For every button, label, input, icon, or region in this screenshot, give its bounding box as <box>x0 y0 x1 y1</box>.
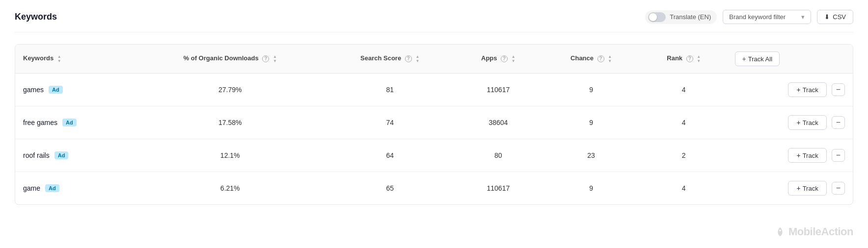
keyword-cell-2: roof rails Ad <box>15 139 136 172</box>
plus-icon: + <box>796 184 800 192</box>
th-chance: Chance ? ▲▼ <box>542 45 641 74</box>
th-keywords: Keywords ▲▼ <box>15 45 136 74</box>
search-score-cell: 81 <box>325 74 455 106</box>
watermark: MobileAction <box>775 225 853 238</box>
track-button[interactable]: + Track <box>788 82 826 97</box>
header: Keywords Translate (EN) Brand keyword fi… <box>15 10 853 32</box>
th-search-score: Search Score ? ▲▼ <box>325 45 455 74</box>
track-action-cell: + Track − <box>727 139 853 172</box>
chance-cell: 9 <box>542 106 641 139</box>
sort-icon[interactable]: ▲▼ <box>57 55 61 63</box>
th-track-all: + Track All <box>727 45 853 74</box>
apps-cell: 80 <box>455 139 542 172</box>
watermark-text: MobileAction <box>788 225 853 238</box>
keyword-cell-0: games Ad <box>15 74 136 106</box>
table-header-row: Keywords ▲▼ % of Organic Downloads ? ▲▼ … <box>15 45 853 74</box>
header-controls: Translate (EN) Brand keyword filter ▾ ⬇ … <box>645 10 853 24</box>
ad-badge: Ad <box>54 151 69 159</box>
page-title: Keywords <box>15 12 57 22</box>
th-organic-downloads: % of Organic Downloads ? ▲▼ <box>136 45 325 74</box>
remove-button[interactable]: − <box>832 149 845 162</box>
ad-badge: Ad <box>62 119 77 126</box>
organic-downloads-help-icon[interactable]: ? <box>262 55 269 62</box>
rank-cell: 4 <box>641 74 727 106</box>
th-apps: Apps ? ▲▼ <box>455 45 542 74</box>
track-action-cell: + Track − <box>727 172 853 205</box>
search-score-help-icon[interactable]: ? <box>405 55 412 62</box>
rank-help-icon[interactable]: ? <box>686 55 693 62</box>
th-rank: Rank ? ▲▼ <box>641 45 727 74</box>
brand-keyword-filter[interactable]: Brand keyword filter ▾ <box>723 10 811 24</box>
rocket-icon <box>775 226 786 237</box>
sort-icon[interactable]: ▲▼ <box>415 55 419 63</box>
track-action-cell: + Track − <box>727 74 853 106</box>
sort-icon[interactable]: ▲▼ <box>697 55 701 63</box>
plus-icon: + <box>796 119 800 126</box>
table-row: free games Ad 17.58% 74 38604 9 4 + Trac… <box>15 106 853 139</box>
keyword-cell-1: free games Ad <box>15 106 136 139</box>
chance-cell: 9 <box>542 172 641 205</box>
plus-icon: + <box>796 86 800 94</box>
keyword-text: free games <box>23 119 57 126</box>
keyword-text: roof rails <box>23 151 50 159</box>
remove-button[interactable]: − <box>832 83 845 96</box>
translate-toggle[interactable] <box>648 12 666 22</box>
plus-icon: + <box>796 151 800 159</box>
track-label: Track <box>803 86 818 94</box>
rank-cell: 2 <box>641 139 727 172</box>
table-row: games Ad 27.79% 81 110617 9 4 + Track − <box>15 74 853 106</box>
remove-button[interactable]: − <box>832 182 845 195</box>
sort-icon[interactable]: ▲▼ <box>512 55 515 63</box>
brand-filter-label: Brand keyword filter <box>729 13 786 21</box>
track-button[interactable]: + Track <box>788 181 826 196</box>
track-label: Track <box>803 152 818 159</box>
rank-cell: 4 <box>641 172 727 205</box>
search-score-cell: 74 <box>325 106 455 139</box>
csv-button[interactable]: ⬇ CSV <box>817 10 853 24</box>
keyword-text: games <box>23 86 44 94</box>
track-all-label: Track All <box>748 55 772 63</box>
rank-cell: 4 <box>641 106 727 139</box>
apps-help-icon[interactable]: ? <box>501 55 508 62</box>
table-row: roof rails Ad 12.1% 64 80 23 2 + Track − <box>15 139 853 172</box>
chance-cell: 23 <box>542 139 641 172</box>
remove-button[interactable]: − <box>832 116 845 129</box>
apps-cell: 110617 <box>455 172 542 205</box>
table-body: games Ad 27.79% 81 110617 9 4 + Track − <box>15 74 853 205</box>
keyword-cell-3: game Ad <box>15 172 136 205</box>
organic-downloads-cell: 17.58% <box>136 106 325 139</box>
track-label: Track <box>803 119 818 126</box>
track-button[interactable]: + Track <box>788 148 826 163</box>
track-action-cell: + Track − <box>727 106 853 139</box>
ad-badge: Ad <box>49 86 63 94</box>
search-score-cell: 65 <box>325 172 455 205</box>
chance-help-icon[interactable]: ? <box>597 55 604 62</box>
csv-label: CSV <box>833 13 846 21</box>
table-row: game Ad 6.21% 65 110617 9 4 + Track − <box>15 172 853 205</box>
translate-label: Translate (EN) <box>670 13 711 21</box>
page-wrapper: Keywords Translate (EN) Brand keyword fi… <box>0 0 868 248</box>
track-button[interactable]: + Track <box>788 115 826 130</box>
search-score-cell: 64 <box>325 139 455 172</box>
ad-badge: Ad <box>45 184 59 192</box>
organic-downloads-cell: 27.79% <box>136 74 325 106</box>
apps-cell: 38604 <box>455 106 542 139</box>
keywords-table: Keywords ▲▼ % of Organic Downloads ? ▲▼ … <box>15 44 853 205</box>
track-label: Track <box>803 185 818 192</box>
apps-cell: 110617 <box>455 74 542 106</box>
download-icon: ⬇ <box>824 13 830 21</box>
organic-downloads-cell: 12.1% <box>136 139 325 172</box>
organic-downloads-cell: 6.21% <box>136 172 325 205</box>
plus-icon: + <box>742 55 746 63</box>
keyword-text: game <box>23 184 40 192</box>
chance-cell: 9 <box>542 74 641 106</box>
sort-icon[interactable]: ▲▼ <box>608 55 612 63</box>
toggle-thumb <box>649 13 657 21</box>
chevron-down-icon: ▾ <box>801 13 805 21</box>
translate-toggle-wrapper[interactable]: Translate (EN) <box>645 10 717 24</box>
sort-icon[interactable]: ▲▼ <box>273 55 277 63</box>
track-all-button[interactable]: + Track All <box>735 51 780 66</box>
